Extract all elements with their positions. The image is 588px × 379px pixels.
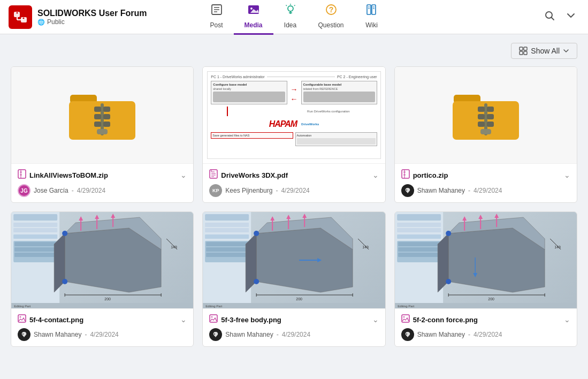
card-filename-left-6: 5f-2-conn force.png [401, 314, 478, 325]
tab-question[interactable]: ? Question [308, 0, 355, 35]
search-button[interactable] [541, 7, 558, 27]
card-preview-1 [11, 67, 193, 163]
svg-rect-102 [205, 234, 249, 239]
svg-rect-161 [402, 315, 409, 322]
folder-svg-3 [448, 83, 523, 147]
author-name-6: Shawn Mahaney [417, 331, 465, 338]
post-icon [210, 3, 223, 19]
card-author-row-6: Shawn Mahaney - 4/29/2024 [401, 328, 570, 341]
svg-rect-59 [478, 122, 485, 127]
svg-rect-132 [397, 214, 441, 221]
card-filename-row-5: 5f-3-free body.png ⌄ [209, 314, 378, 325]
filename-3: portico.zip [413, 171, 448, 179]
svg-line-19 [294, 5, 295, 6]
media-card-5[interactable]: 149 200 Editing Part [202, 211, 385, 347]
tab-wiki[interactable]: Wiki [355, 0, 389, 35]
author-date-6: - [468, 331, 470, 338]
nav-tabs: Post Media [199, 0, 388, 35]
card-filename-left-4: 5f-4-contact.png [18, 314, 83, 325]
svg-rect-40 [103, 114, 110, 119]
main-content: Show All [0, 34, 588, 355]
svg-point-150 [446, 231, 451, 236]
logo-icon [9, 5, 32, 29]
svg-point-130 [214, 333, 215, 335]
svg-rect-44 [18, 170, 26, 178]
tab-post[interactable]: Post [199, 0, 233, 35]
author-date-3: - [468, 187, 470, 194]
svg-point-5 [17, 12, 18, 13]
card-preview-2: PC 1 - DriveWorks administrator PC 2 - E… [203, 67, 385, 163]
svg-rect-46 [20, 171, 22, 173]
card-author-row-3: Shawn Mahaney - 4/29/2024 [401, 184, 570, 197]
card-chevron-3[interactable]: ⌄ [564, 171, 570, 179]
svg-marker-113 [286, 215, 291, 219]
card-filename-row-1: LinkAllViewsToBOM.zip ⌄ [18, 169, 187, 181]
svg-rect-68 [13, 214, 57, 221]
svg-rect-64 [403, 171, 406, 173]
svg-point-149 [446, 279, 451, 284]
svg-point-118 [254, 279, 259, 284]
svg-point-97 [22, 333, 24, 335]
svg-point-66 [406, 190, 407, 191]
media-card-6[interactable]: 149 200 Editing Part [394, 211, 577, 347]
svg-rect-65 [403, 174, 406, 176]
tab-question-label: Question [318, 21, 344, 29]
svg-rect-71 [13, 234, 57, 239]
svg-point-6 [23, 17, 25, 19]
header-actions [541, 7, 579, 27]
card-footer-1: LinkAllViewsToBOM.zip ⌄ JG Jose García -… [11, 163, 193, 202]
author-name-1: Jose García [34, 187, 68, 194]
svg-rect-99 [205, 214, 249, 221]
media-card-1[interactable]: LinkAllViewsToBOM.zip ⌄ JG Jose García -… [11, 66, 194, 203]
svg-rect-57 [478, 114, 485, 119]
svg-rect-104 [206, 242, 248, 246]
svg-rect-74 [14, 247, 56, 252]
card-chevron-2[interactable]: ⌄ [372, 171, 379, 179]
svg-line-18 [286, 5, 287, 6]
media-card-4[interactable]: 149 200 Editing Part [11, 211, 194, 347]
svg-marker-146 [478, 215, 483, 219]
svg-point-96 [20, 316, 21, 318]
author-date-val-3: 4/29/2024 [474, 187, 502, 194]
folder-svg-1 [65, 83, 140, 147]
show-all-button[interactable]: Show All [511, 43, 577, 59]
media-card-2[interactable]: PC 1 - DriveWorks administrator PC 2 - E… [202, 66, 385, 203]
svg-marker-111 [270, 216, 274, 221]
media-card-3[interactable]: portico.zip ⌄ Shawn Mahaney - 4/29/2024 [394, 66, 577, 203]
svg-marker-144 [462, 216, 467, 221]
svg-rect-37 [94, 107, 101, 112]
forum-logo: SOLIDWORKS User Forum 🌐 Public [9, 5, 147, 29]
svg-text:Editing Part: Editing Part [14, 305, 30, 308]
card-chevron-6[interactable]: ⌄ [564, 315, 570, 324]
file-icon-3 [401, 169, 410, 181]
show-all-chevron-icon [563, 48, 569, 54]
card-chevron-4[interactable]: ⌄ [180, 315, 187, 324]
svg-rect-38 [103, 107, 110, 112]
card-chevron-1[interactable]: ⌄ [180, 171, 187, 179]
author-date-val-5: 4/29/2024 [282, 331, 310, 338]
card-filename-left-3: portico.zip [401, 169, 448, 181]
svg-text:200: 200 [296, 297, 303, 301]
svg-marker-148 [494, 214, 499, 218]
file-icon-6 [401, 314, 410, 325]
tab-idea[interactable]: Idea [273, 0, 308, 35]
card-chevron-5[interactable]: ⌄ [372, 315, 379, 324]
wiki-icon [365, 3, 378, 19]
more-button[interactable] [562, 7, 579, 27]
card-filename-row-3: portico.zip ⌄ [401, 169, 570, 181]
cad-image-6: 149 200 Editing Part [395, 212, 577, 308]
author-name-4: Shawn Mahaney [34, 331, 81, 338]
author-date-4: - [85, 331, 87, 338]
svg-text:Editing Part: Editing Part [205, 305, 222, 308]
idea-icon [284, 3, 297, 19]
tab-media[interactable]: Media [233, 0, 273, 35]
svg-marker-80 [79, 216, 83, 221]
tab-idea-label: Idea [284, 21, 296, 29]
card-footer-2: DriveWorks 3DX.pdf ⌄ KP Kees Pijnenburg … [203, 163, 385, 202]
file-icon-2 [209, 169, 218, 181]
author-date-val-6: 4/29/2024 [474, 331, 502, 338]
card-preview-3 [395, 67, 577, 163]
svg-text:149: 149 [362, 245, 369, 249]
show-all-label: Show All [531, 47, 560, 55]
svg-rect-106 [206, 253, 248, 257]
